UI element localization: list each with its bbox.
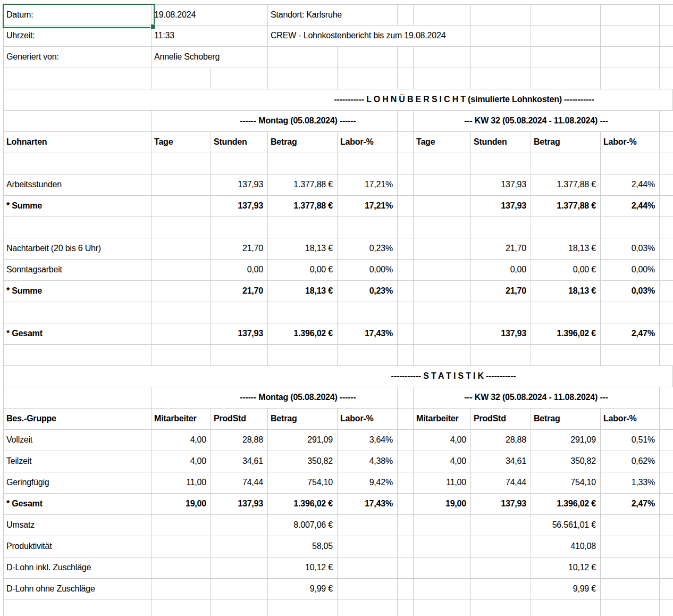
cell-montag-betrag[interactable]: 9,99 € xyxy=(268,579,338,600)
cell-label[interactable]: Umsatz xyxy=(3,515,152,536)
empty-cell[interactable] xyxy=(414,579,471,600)
empty-cell[interactable] xyxy=(211,600,268,616)
empty-cell[interactable] xyxy=(268,217,338,238)
cell-generiert-label[interactable]: Generiert von: xyxy=(3,47,152,68)
cell-montag-labor[interactable]: 9,42% xyxy=(338,472,398,494)
empty-cell[interactable] xyxy=(660,345,673,366)
empty-cell[interactable] xyxy=(660,281,673,302)
empty-cell[interactable] xyxy=(398,238,414,260)
empty-cell[interactable] xyxy=(398,345,414,366)
cell-kw32-mitarbeiter[interactable]: 4,00 xyxy=(414,451,471,472)
empty-cell[interactable] xyxy=(531,600,601,616)
empty-cell[interactable] xyxy=(398,430,414,451)
cell-kw32-betrag[interactable]: 18,13 € xyxy=(531,238,601,260)
empty-cell[interactable] xyxy=(152,217,211,238)
cell-kw32-betrag[interactable]: 291,09 xyxy=(531,430,601,451)
empty-cell[interactable] xyxy=(152,260,211,281)
cell-kw32-betrag[interactable]: 0,00 € xyxy=(531,260,601,281)
cell-kw32-prodstd[interactable]: 28,88 xyxy=(471,430,531,451)
empty-cell[interactable] xyxy=(414,153,471,174)
empty-cell[interactable] xyxy=(152,68,211,89)
empty-cell[interactable] xyxy=(414,515,471,536)
cell-kw32-stunden[interactable]: 137,93 xyxy=(471,174,531,196)
cell-montag-mitarbeiter[interactable]: 11,00 xyxy=(152,472,211,494)
cell-kw32-labor[interactable]: 2,47% xyxy=(601,323,660,345)
lohn-group-kw32[interactable]: --- KW 32 (05.08.2024 - 11.08.2024) --- xyxy=(414,111,660,132)
cell-label[interactable]: D-Lohn ohne Zuschläge xyxy=(3,579,152,600)
empty-cell[interactable] xyxy=(3,345,152,366)
cell-label[interactable]: Teilzeit xyxy=(3,451,152,472)
empty-cell[interactable] xyxy=(398,4,414,26)
empty-cell[interactable] xyxy=(398,260,414,281)
empty-cell[interactable] xyxy=(398,174,414,196)
empty-cell[interactable] xyxy=(152,196,211,217)
cell-montag-betrag[interactable]: 18,13 € xyxy=(268,281,338,302)
cell-kw32-stunden[interactable]: 137,93 xyxy=(471,196,531,217)
empty-cell[interactable] xyxy=(398,111,414,132)
empty-cell[interactable] xyxy=(414,536,471,557)
empty-cell[interactable] xyxy=(398,557,414,579)
empty-cell[interactable] xyxy=(398,387,414,409)
empty-cell[interactable] xyxy=(471,557,531,579)
empty-cell[interactable] xyxy=(531,153,601,174)
cell-standort[interactable]: Standort: Karlsruhe xyxy=(268,4,398,26)
empty-cell[interactable] xyxy=(398,196,414,217)
empty-cell[interactable] xyxy=(211,153,268,174)
cell-montag-prodstd[interactable]: 28,88 xyxy=(211,430,268,451)
cell-montag-labor[interactable]: 0,23% xyxy=(338,281,398,302)
cell-montag-labor[interactable]: 17,21% xyxy=(338,196,398,217)
empty-cell[interactable] xyxy=(338,345,398,366)
empty-cell[interactable] xyxy=(152,536,211,557)
empty-cell[interactable] xyxy=(398,217,414,238)
empty-cell[interactable] xyxy=(471,579,531,600)
empty-cell[interactable] xyxy=(338,536,398,557)
empty-cell[interactable] xyxy=(398,281,414,302)
empty-cell[interactable] xyxy=(660,515,673,536)
empty-cell[interactable] xyxy=(660,153,673,174)
empty-cell[interactable] xyxy=(398,68,414,89)
empty-cell[interactable] xyxy=(601,217,660,238)
empty-cell[interactable] xyxy=(660,451,673,472)
empty-cell[interactable] xyxy=(414,323,471,345)
cell-montag-prodstd[interactable]: 34,61 xyxy=(211,451,268,472)
empty-cell[interactable] xyxy=(268,47,338,68)
cell-kw32-betrag[interactable]: 1.396,02 € xyxy=(531,323,601,345)
empty-cell[interactable] xyxy=(398,600,414,616)
cell-datum-value[interactable]: 19.08.2024 xyxy=(152,4,268,26)
empty-cell[interactable] xyxy=(414,557,471,579)
cell-montag-stunden[interactable]: 0,00 xyxy=(211,260,268,281)
cell-kw32-stunden[interactable]: 137,93 xyxy=(471,323,531,345)
header-labor-kw32[interactable]: Labor-% xyxy=(601,132,660,153)
cell-kw32-betrag[interactable]: 10,12 € xyxy=(531,557,601,579)
empty-cell[interactable] xyxy=(414,281,471,302)
empty-cell[interactable] xyxy=(531,302,601,323)
empty-cell[interactable] xyxy=(414,196,471,217)
cell-kw32-prodstd[interactable]: 34,61 xyxy=(471,451,531,472)
cell-kw32-labor[interactable]: 0,62% xyxy=(601,451,660,472)
empty-cell[interactable] xyxy=(660,111,673,132)
empty-cell[interactable] xyxy=(152,174,211,196)
cell-montag-betrag[interactable]: 1.396,02 € xyxy=(268,323,338,345)
empty-cell[interactable] xyxy=(152,579,211,600)
empty-cell[interactable] xyxy=(414,260,471,281)
empty-cell[interactable] xyxy=(601,4,660,26)
cell-kw32-betrag[interactable]: 18,13 € xyxy=(531,281,601,302)
cell-kw32-labor[interactable]: 0,03% xyxy=(601,281,660,302)
empty-cell[interactable] xyxy=(601,345,660,366)
cell-kw32-mitarbeiter[interactable]: 19,00 xyxy=(414,494,471,515)
empty-cell[interactable] xyxy=(152,281,211,302)
cell-label[interactable]: Nachtarbeit (20 bis 6 Uhr) xyxy=(3,238,152,260)
empty-cell[interactable] xyxy=(531,68,601,89)
header-prodstd-montag[interactable]: ProdStd xyxy=(211,409,268,430)
cell-uhrzeit-label[interactable]: Uhrzeit: xyxy=(3,26,152,47)
empty-cell[interactable] xyxy=(414,174,471,196)
empty-cell[interactable] xyxy=(660,557,673,579)
empty-cell[interactable] xyxy=(471,4,531,26)
empty-cell[interactable] xyxy=(660,260,673,281)
cell-kw32-betrag[interactable]: 350,82 xyxy=(531,451,601,472)
header-labor-kw32[interactable]: Labor-% xyxy=(601,409,660,430)
cell-montag-mitarbeiter[interactable]: 4,00 xyxy=(152,451,211,472)
empty-cell[interactable] xyxy=(471,68,531,89)
cell-montag-mitarbeiter[interactable]: 19,00 xyxy=(152,494,211,515)
empty-cell[interactable] xyxy=(398,153,414,174)
